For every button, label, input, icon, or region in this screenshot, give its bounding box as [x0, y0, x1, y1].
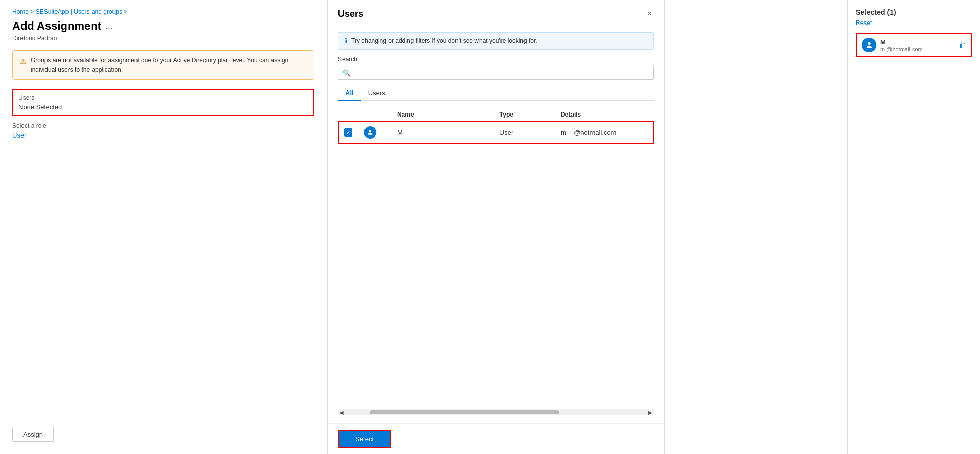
row-type: User — [494, 122, 556, 143]
delete-icon[interactable]: 🗑 — [959, 41, 966, 49]
select-btn-row: Select — [328, 423, 664, 454]
row-checkbox-cell[interactable] — [338, 122, 359, 143]
search-label: Search — [338, 56, 654, 63]
left-panel: Home > SESuiteApp | Users and groups > A… — [0, 0, 327, 454]
search-input-wrap: 🔍 — [338, 65, 654, 80]
table-row[interactable]: M User m @hotmail.com — [338, 122, 653, 143]
col-header-details: Details — [556, 108, 653, 122]
horizontal-scrollbar[interactable]: ◀ ▶ — [338, 409, 654, 415]
info-bar: ℹ Try changing or adding filters if you … — [338, 32, 654, 50]
info-text: Try changing or adding filters if you do… — [351, 37, 537, 44]
info-icon: ℹ — [345, 37, 347, 45]
selected-item: M m @hotmail.com 🗑 — [856, 33, 972, 57]
svg-point-0 — [369, 130, 372, 132]
row-avatar-cell — [359, 122, 392, 143]
warning-icon: ⚠ — [20, 56, 27, 74]
assign-button[interactable]: Assign — [12, 427, 54, 442]
users-panel-title: Users — [338, 9, 363, 19]
reset-link[interactable]: Reset — [856, 19, 972, 27]
warning-text: Groups are not available for assignment … — [31, 56, 307, 74]
search-input[interactable] — [338, 65, 654, 80]
selected-header: Selected (1) — [856, 8, 972, 16]
col-header-type: Type — [494, 108, 556, 122]
page-subtitle: Diretório Padrão — [12, 35, 314, 42]
users-table-container: Name Type Details — [338, 108, 654, 407]
col-header-icon — [359, 108, 392, 122]
selected-email: m @hotmail.com — [880, 46, 954, 52]
selected-info: M m @hotmail.com — [880, 38, 954, 52]
user-avatar-icon — [364, 126, 376, 139]
users-field-value: None Selected — [18, 103, 308, 111]
row-details: m @hotmail.com — [556, 122, 653, 143]
role-label: Select a role — [12, 122, 314, 129]
users-field-label: Users — [18, 94, 308, 101]
page-title: Add Assignment — [12, 19, 101, 33]
breadcrumb-section[interactable]: Users and groups — [74, 8, 122, 15]
search-icon: 🔍 — [343, 69, 351, 76]
row-name: M — [392, 122, 494, 143]
checkbox-checked[interactable] — [344, 128, 352, 137]
scrollbar-thumb[interactable] — [370, 410, 559, 414]
selected-name: M — [880, 38, 954, 46]
scroll-right-arrow[interactable]: ▶ — [647, 409, 654, 415]
role-value[interactable]: User — [12, 131, 314, 139]
users-panel: Users × ℹ Try changing or adding filters… — [327, 0, 665, 454]
warning-box: ⚠ Groups are not available for assignmen… — [12, 50, 314, 80]
tab-users[interactable]: Users — [361, 86, 393, 101]
users-field-section[interactable]: Users None Selected — [12, 89, 314, 116]
scroll-left-arrow[interactable]: ◀ — [338, 409, 345, 415]
breadcrumb-app[interactable]: SESuiteApp — [36, 8, 69, 15]
selected-avatar — [862, 38, 876, 52]
col-header-name: Name — [392, 108, 494, 122]
breadcrumb: Home > SESuiteApp | Users and groups > — [12, 8, 314, 15]
role-section: Select a role User — [12, 122, 314, 139]
tabs-row: All Users — [338, 86, 654, 101]
users-table: Name Type Details — [338, 108, 654, 144]
users-panel-header: Users × — [328, 0, 664, 26]
page-title-row: Add Assignment ... — [12, 19, 314, 33]
tab-all[interactable]: All — [338, 86, 361, 101]
users-body: ℹ Try changing or adding filters if you … — [328, 26, 664, 423]
page-title-more[interactable]: ... — [105, 21, 113, 32]
select-button[interactable]: Select — [338, 430, 391, 448]
svg-point-1 — [868, 42, 870, 45]
close-button[interactable]: × — [645, 7, 654, 20]
col-header-checkbox — [338, 108, 359, 122]
selected-panel: Selected (1) Reset M m @hotmail.com 🗑 — [847, 0, 980, 454]
breadcrumb-home[interactable]: Home — [12, 8, 29, 15]
